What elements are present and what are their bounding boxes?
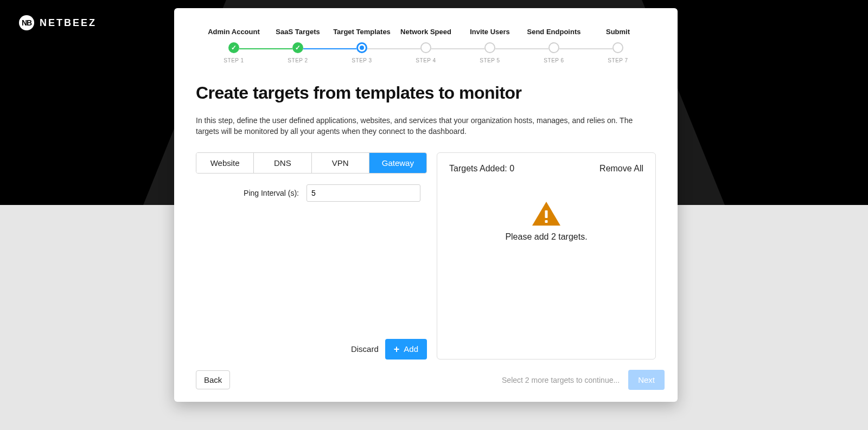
step-sub: STEP 5 (480, 57, 500, 63)
step-label: Network Speed (400, 28, 451, 36)
step-label: SaaS Targets (276, 28, 320, 36)
footer-hint: Select 2 more targets to continue... (502, 376, 620, 384)
targets-panel: Targets Added: 0 Remove All Please add 2… (437, 152, 656, 360)
step-connector (559, 48, 612, 49)
wizard-footer: Back Select 2 more targets to continue..… (196, 370, 665, 390)
step-connector (303, 48, 356, 49)
step-sub: STEP 1 (224, 57, 244, 63)
step-connector (239, 48, 292, 49)
template-form-column: Website DNS VPN Gateway Ping Interval (s… (196, 152, 427, 360)
step-label: Submit (606, 28, 630, 36)
form-actions: Discard + Add (196, 214, 427, 360)
step-label: Invite Users (470, 28, 510, 36)
template-tabs: Website DNS VPN Gateway (196, 152, 427, 174)
add-button[interactable]: + Add (385, 339, 427, 360)
svg-rect-1 (545, 220, 548, 223)
pending-step-icon (420, 42, 431, 53)
check-icon (228, 42, 239, 53)
step-connector (431, 48, 484, 49)
warning-icon (531, 201, 561, 227)
step-send-endpoints[interactable]: Send Endpoints STEP 6 (522, 28, 586, 63)
step-target-templates[interactable]: Target Templates STEP 3 (330, 28, 394, 63)
back-button[interactable]: Back (196, 370, 230, 389)
remove-all-button[interactable]: Remove All (599, 164, 643, 174)
brand-name: NETBEEZ (40, 17, 97, 29)
step-sub: STEP 3 (352, 57, 372, 63)
pending-step-icon (612, 42, 623, 53)
step-sub: STEP 7 (608, 57, 628, 63)
step-sub: STEP 4 (416, 57, 436, 63)
ping-interval-label: Ping Interval (s): (196, 189, 299, 197)
targets-count-label: Targets Added: 0 (449, 164, 514, 174)
tab-vpn[interactable]: VPN (312, 153, 369, 173)
current-step-icon (356, 42, 367, 53)
brand-mark-icon: NB (19, 15, 34, 30)
tab-gateway[interactable]: Gateway (369, 153, 426, 173)
step-submit[interactable]: Submit STEP 7 (586, 28, 650, 63)
svg-rect-0 (545, 210, 548, 218)
step-label: Send Endpoints (527, 28, 581, 36)
pending-step-icon (548, 42, 559, 53)
wizard-stepper: Admin Account STEP 1 SaaS Targets STEP 2… (174, 28, 678, 63)
step-label: Target Templates (333, 28, 391, 36)
plus-icon: + (394, 344, 400, 354)
targets-column: Targets Added: 0 Remove All Please add 2… (437, 152, 656, 360)
check-icon (292, 42, 303, 53)
step-saas-targets[interactable]: SaaS Targets STEP 2 (266, 28, 330, 63)
step-network-speed[interactable]: Network Speed STEP 4 (394, 28, 458, 63)
step-label: Admin Account (208, 28, 260, 36)
page-description: In this step, define the user defined ap… (196, 115, 656, 137)
pending-step-icon (484, 42, 495, 53)
tab-dns[interactable]: DNS (254, 153, 311, 173)
targets-header: Targets Added: 0 Remove All (449, 164, 643, 174)
ping-interval-row: Ping Interval (s): (196, 184, 427, 202)
brand-logo: NB NETBEEZ (19, 15, 97, 30)
step-sub: STEP 6 (544, 57, 564, 63)
step-admin-account[interactable]: Admin Account STEP 1 (202, 28, 266, 63)
wizard-content: Create targets from templates to monitor… (174, 83, 678, 360)
step-connector (495, 48, 548, 49)
targets-empty-state: Please add 2 targets. (449, 201, 643, 242)
page-title: Create targets from templates to monitor (196, 83, 656, 103)
targets-empty-text: Please add 2 targets. (505, 232, 587, 242)
step-connector (367, 48, 420, 49)
discard-button[interactable]: Discard (351, 344, 379, 354)
add-button-label: Add (404, 344, 418, 354)
step-sub: STEP 2 (288, 57, 308, 63)
next-button[interactable]: Next (628, 370, 665, 390)
ping-interval-input[interactable] (307, 184, 420, 202)
wizard-card: Admin Account STEP 1 SaaS Targets STEP 2… (174, 8, 678, 402)
tab-website[interactable]: Website (196, 153, 254, 173)
step-invite-users[interactable]: Invite Users STEP 5 (458, 28, 522, 63)
